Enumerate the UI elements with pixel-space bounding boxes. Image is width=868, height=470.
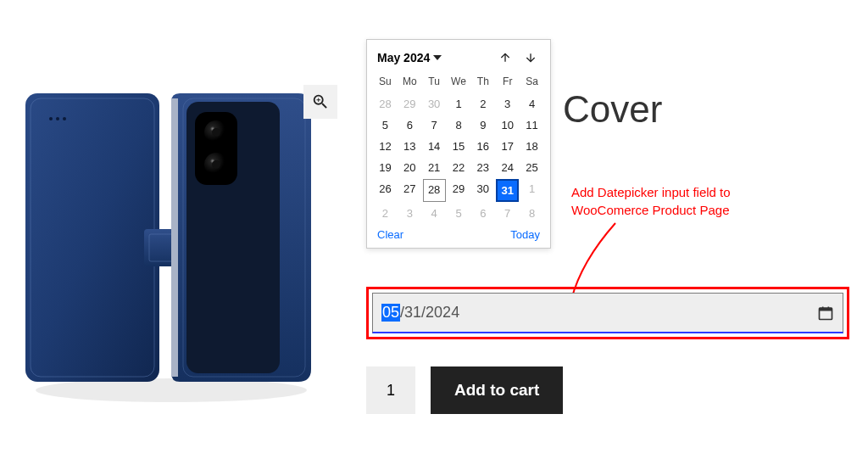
datepicker-day[interactable]: 26	[374, 179, 397, 202]
datepicker-grid: SuMoTuWeThFrSa28293012345678910111213141…	[374, 74, 543, 223]
quantity-input[interactable]	[366, 366, 415, 414]
datepicker-day[interactable]: 4	[520, 94, 543, 114]
datepicker-day[interactable]: 22	[448, 158, 470, 177]
datepicker-day[interactable]: 28	[423, 179, 446, 202]
product-info-column: Cover May 2024 SuMoTuWeThFrSa28293012345…	[366, 34, 858, 433]
datepicker-day[interactable]: 20	[398, 158, 421, 177]
svg-point-4	[56, 117, 59, 120]
datepicker-next-button[interactable]	[521, 48, 540, 67]
datepicker-today-button[interactable]: Today	[510, 228, 540, 241]
annotation-line-2: WooComerce Product Page	[571, 201, 775, 219]
datepicker-day[interactable]: 2	[374, 204, 397, 223]
datepicker-day[interactable]: 30	[471, 179, 494, 202]
datepicker-day[interactable]: 3	[496, 94, 519, 114]
datepicker-day[interactable]: 6	[398, 115, 421, 135]
arrow-up-icon	[498, 51, 512, 64]
svg-point-0	[36, 378, 307, 402]
dropdown-triangle-icon	[433, 55, 442, 60]
datepicker-dow: Th	[471, 74, 494, 92]
product-title: Cover	[563, 88, 858, 131]
add-to-cart-row: Add to cart	[366, 366, 563, 414]
datepicker-day[interactable]: 27	[398, 179, 421, 202]
svg-rect-15	[171, 98, 178, 377]
datepicker-day[interactable]: 6	[471, 204, 494, 223]
annotation-highlight-box: 05 / 31 / 2024	[366, 287, 849, 339]
date-input-field[interactable]: 05 / 31 / 2024	[372, 293, 843, 333]
image-zoom-button[interactable]	[303, 85, 337, 119]
datepicker-day[interactable]: 8	[520, 204, 543, 223]
datepicker-day[interactable]: 2	[471, 94, 494, 114]
datepicker-day[interactable]: 1	[448, 94, 470, 114]
datepicker-day[interactable]: 28	[374, 94, 397, 114]
svg-rect-17	[820, 308, 832, 311]
datepicker-day[interactable]: 23	[471, 158, 494, 177]
svg-point-3	[49, 117, 53, 120]
datepicker-day[interactable]: 7	[423, 115, 446, 135]
datepicker-day[interactable]: 17	[496, 137, 519, 156]
svg-rect-1	[25, 93, 159, 382]
add-to-cart-button[interactable]: Add to cart	[431, 366, 563, 414]
datepicker-day[interactable]: 24	[496, 158, 519, 177]
svg-point-14	[212, 160, 220, 169]
datepicker-dow: Fr	[496, 74, 519, 92]
datepicker-dow: Mo	[398, 74, 421, 92]
datepicker-day[interactable]: 12	[374, 137, 397, 156]
datepicker-day[interactable]: 15	[448, 137, 470, 156]
calendar-icon[interactable]	[817, 305, 834, 322]
datepicker-day[interactable]: 11	[520, 115, 543, 135]
datepicker-day[interactable]: 1	[520, 179, 543, 202]
datepicker-day[interactable]: 14	[423, 137, 446, 156]
date-day-segment[interactable]: 31	[404, 304, 421, 322]
datepicker-day[interactable]: 19	[374, 158, 397, 177]
datepicker-day[interactable]: 7	[496, 204, 519, 223]
datepicker-day[interactable]: 31	[496, 179, 519, 202]
datepicker-day[interactable]: 5	[448, 204, 470, 223]
product-image-container	[10, 34, 349, 433]
datepicker-dow: Tu	[423, 74, 446, 92]
datepicker-day[interactable]: 9	[471, 115, 494, 135]
datepicker-day[interactable]: 16	[471, 137, 494, 156]
datepicker-day[interactable]: 3	[398, 204, 421, 223]
datepicker-month-label: May 2024	[377, 51, 430, 64]
datepicker-day[interactable]: 18	[520, 137, 543, 156]
datepicker-day[interactable]: 8	[448, 115, 470, 135]
magnifier-plus-icon	[311, 92, 330, 111]
annotation-line-1: Add Datepicker input field to	[571, 183, 775, 201]
datepicker-dow: We	[448, 74, 470, 92]
svg-point-13	[212, 128, 220, 137]
datepicker-dow: Sa	[520, 74, 543, 92]
annotation-callout: Add Datepicker input field to WooComerce…	[571, 183, 775, 219]
datepicker-day[interactable]: 10	[496, 115, 519, 135]
datepicker-clear-button[interactable]: Clear	[377, 228, 403, 241]
product-image	[10, 51, 332, 407]
datepicker-dow: Su	[374, 74, 397, 92]
datepicker-day[interactable]: 13	[398, 137, 421, 156]
date-year-segment[interactable]: 2024	[426, 304, 459, 322]
svg-point-5	[63, 117, 66, 120]
datepicker-month-selector[interactable]: May 2024	[377, 51, 442, 64]
arrow-down-icon	[524, 51, 537, 64]
datepicker-day[interactable]: 25	[520, 158, 543, 177]
datepicker-popup: May 2024 SuMoTuWeThFrSa28293012345678910…	[366, 39, 551, 249]
datepicker-prev-button[interactable]	[496, 48, 515, 67]
date-month-segment[interactable]: 05	[381, 304, 400, 322]
datepicker-day[interactable]: 29	[448, 179, 470, 202]
datepicker-day[interactable]: 5	[374, 115, 397, 135]
datepicker-day[interactable]: 21	[423, 158, 446, 177]
datepicker-day[interactable]: 30	[423, 94, 446, 114]
datepicker-day[interactable]: 4	[423, 204, 446, 223]
datepicker-day[interactable]: 29	[398, 94, 421, 114]
